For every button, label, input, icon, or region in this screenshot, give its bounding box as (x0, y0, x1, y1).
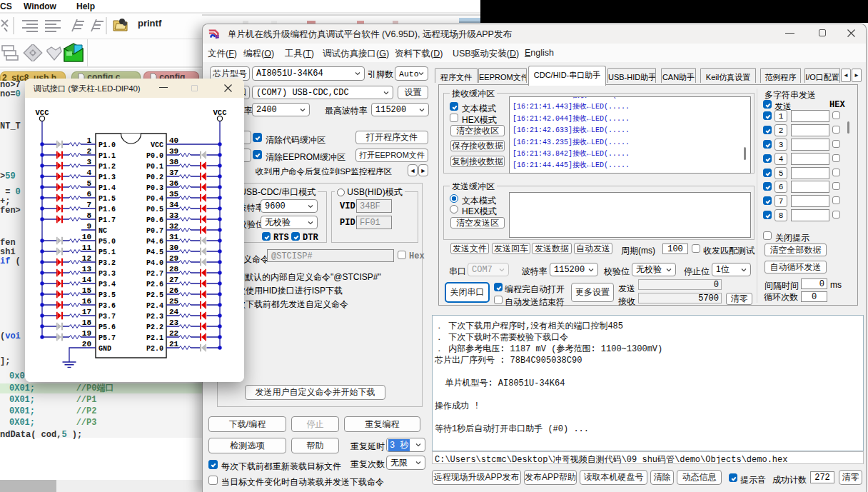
svg-text:P1.6: P1.6 (99, 206, 116, 214)
svg-text:10: 10 (82, 233, 91, 241)
svg-text:4: 4 (86, 169, 91, 177)
svg-text:P4.5: P4.5 (146, 248, 163, 256)
svg-text:13: 13 (82, 265, 92, 273)
svg-text:VCC: VCC (151, 141, 163, 149)
svg-text:37: 37 (169, 169, 178, 177)
svg-text:7: 7 (86, 201, 91, 209)
svg-text:17: 17 (82, 308, 91, 316)
svg-text:VCC: VCC (36, 109, 50, 117)
svg-text:P1.2: P1.2 (99, 163, 116, 171)
svg-text:P1.5: P1.5 (99, 195, 116, 203)
svg-text:P2.0: P2.0 (146, 345, 163, 353)
svg-text:23: 23 (169, 318, 179, 327)
svg-text:P2.6: P2.6 (146, 281, 163, 288)
svg-text:39: 39 (169, 147, 178, 156)
svg-text:16: 16 (82, 297, 91, 306)
svg-text:38: 38 (169, 158, 179, 166)
svg-text:P2.5: P2.5 (146, 291, 163, 299)
svg-text:P0.2: P0.2 (146, 174, 163, 181)
svg-text:35: 35 (169, 190, 179, 199)
svg-text:P5.1: P5.1 (99, 248, 116, 256)
svg-text:3: 3 (86, 158, 91, 166)
svg-text:36: 36 (169, 179, 178, 188)
svg-text:P0.0: P0.0 (146, 152, 163, 160)
svg-text:1: 1 (86, 136, 91, 145)
svg-text:NC: NC (99, 227, 107, 235)
svg-text:20: 20 (82, 340, 91, 348)
svg-text:27: 27 (169, 276, 178, 284)
svg-text:8: 8 (86, 211, 91, 220)
svg-text:P0.5: P0.5 (146, 206, 163, 214)
svg-text:5: 5 (86, 179, 91, 188)
svg-text:P1.1: P1.1 (99, 152, 116, 160)
svg-text:P2.1: P2.1 (146, 334, 163, 342)
svg-text:P1.0: P1.0 (99, 141, 116, 149)
svg-text:P5.6: P5.6 (99, 323, 116, 331)
svg-text:32: 32 (169, 222, 178, 231)
svg-text:P0.7: P0.7 (146, 227, 163, 235)
svg-text:6: 6 (86, 190, 91, 199)
svg-text:12: 12 (82, 254, 91, 263)
svg-text:P4.6: P4.6 (146, 238, 163, 246)
svg-text:26: 26 (169, 286, 178, 295)
svg-text:29: 29 (169, 254, 178, 263)
svg-text:P2.7: P2.7 (146, 270, 163, 278)
svg-text:19: 19 (82, 329, 91, 338)
svg-text:VCC: VCC (213, 109, 228, 117)
svg-text:40: 40 (169, 136, 178, 145)
svg-text:34: 34 (169, 201, 179, 209)
svg-text:P0.4: P0.4 (146, 195, 163, 203)
svg-text:P0.6: P0.6 (146, 216, 163, 224)
svg-text:P3.4: P3.4 (99, 281, 116, 288)
svg-text:P5.7: P5.7 (99, 334, 116, 342)
svg-text:28: 28 (169, 265, 179, 273)
svg-text:25: 25 (169, 297, 179, 306)
svg-text:P3.6: P3.6 (99, 302, 116, 310)
svg-text:P3.7: P3.7 (99, 313, 116, 321)
svg-text:P1.3: P1.3 (99, 174, 116, 181)
svg-text:24: 24 (169, 308, 179, 316)
svg-text:P3.3: P3.3 (99, 270, 116, 278)
svg-text:P3.5: P3.5 (99, 291, 116, 299)
svg-text:P3.2: P3.2 (99, 259, 116, 267)
svg-text:15: 15 (82, 286, 92, 295)
svg-text:P0.3: P0.3 (146, 184, 163, 192)
svg-text:22: 22 (169, 329, 178, 338)
svg-text:P2.4: P2.4 (146, 302, 163, 310)
svg-text:31: 31 (169, 233, 179, 241)
svg-text:9: 9 (86, 222, 91, 231)
svg-text:P4.0: P4.0 (146, 259, 163, 267)
svg-text:P5.0: P5.0 (99, 238, 116, 246)
svg-text:14: 14 (82, 276, 92, 284)
svg-text:33: 33 (169, 211, 179, 220)
svg-text:11: 11 (82, 244, 92, 252)
svg-text:P2.2: P2.2 (146, 323, 163, 331)
svg-text:P2.3: P2.3 (146, 313, 163, 321)
svg-text:P1.4: P1.4 (99, 184, 116, 192)
svg-text:30: 30 (169, 244, 178, 252)
svg-text:P1.7: P1.7 (99, 216, 116, 224)
svg-text:18: 18 (82, 318, 92, 327)
svg-text:2: 2 (86, 147, 91, 156)
svg-text:21: 21 (169, 340, 179, 348)
svg-text:P0.1: P0.1 (146, 163, 163, 171)
svg-text:GND: GND (99, 345, 111, 353)
